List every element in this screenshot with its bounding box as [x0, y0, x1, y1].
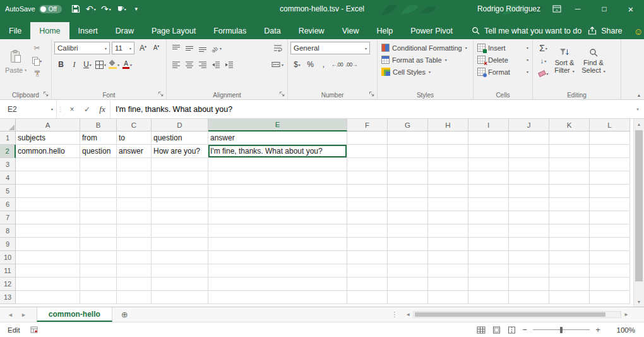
cell-D6[interactable]	[152, 198, 208, 211]
cell-B8[interactable]	[80, 224, 117, 238]
find-select-button[interactable]: Find & Select ▾	[579, 46, 608, 75]
row-header-7[interactable]: 7	[0, 211, 16, 224]
clipboard-dialog-launcher[interactable]	[43, 91, 49, 97]
cell-D2[interactable]: How are you?	[152, 145, 208, 158]
ribbon-display-options-button[interactable]	[549, 1, 564, 17]
font-size-select[interactable]: 11 ▾	[112, 42, 134, 54]
cell-B2[interactable]: question	[80, 145, 117, 158]
cell-A11[interactable]	[16, 264, 80, 278]
ribbon-tab-insert[interactable]: Insert	[69, 22, 107, 39]
scroll-up-icon[interactable]: ▲	[634, 119, 644, 129]
cancel-button[interactable]: ×	[64, 100, 80, 118]
vertical-scroll-thumb[interactable]	[635, 130, 643, 281]
cell-H2[interactable]	[428, 145, 468, 158]
column-header-A[interactable]: A	[16, 119, 80, 132]
vertical-scroll-track[interactable]	[634, 129, 644, 297]
number-dialog-launcher[interactable]	[369, 91, 375, 97]
cell-F7[interactable]	[347, 211, 388, 224]
cell-J8[interactable]	[509, 224, 549, 238]
zoom-in-button[interactable]: +	[592, 325, 604, 334]
cell-D12[interactable]	[152, 278, 208, 291]
column-header-H[interactable]: H	[428, 119, 468, 132]
cell-B11[interactable]	[80, 264, 117, 278]
save-button[interactable]	[68, 1, 83, 17]
cell-J9[interactable]	[509, 238, 549, 251]
cell-K4[interactable]	[549, 171, 590, 185]
cell-L12[interactable]	[590, 278, 630, 291]
cell-D11[interactable]	[152, 264, 208, 278]
cell-F5[interactable]	[347, 185, 388, 198]
share-button[interactable]: Share	[581, 22, 628, 39]
sheet-tab-common-hello[interactable]: common-hello	[37, 307, 112, 322]
cell-K9[interactable]	[549, 238, 590, 251]
cell-I11[interactable]	[468, 264, 509, 278]
cell-B4[interactable]	[80, 171, 117, 185]
cell-G13[interactable]	[388, 291, 428, 304]
bold-button[interactable]: B	[54, 58, 68, 71]
cell-styles-button[interactable]: Cell Styles ▾	[380, 66, 470, 78]
cell-K10[interactable]	[549, 251, 590, 264]
scroll-down-icon[interactable]: ▼	[634, 297, 644, 307]
cell-J6[interactable]	[509, 198, 549, 211]
ribbon-tab-home[interactable]: Home	[30, 22, 69, 39]
cell-L1[interactable]	[590, 132, 630, 145]
cell-I4[interactable]	[468, 171, 509, 185]
undo-button[interactable]: ↶▾	[83, 1, 98, 17]
copy-button[interactable]: ▾	[30, 54, 44, 67]
insert-function-button[interactable]: fx	[95, 100, 110, 118]
autosum-button[interactable]: Σ▾	[537, 42, 550, 54]
cell-C1[interactable]: to	[117, 132, 152, 145]
cell-A9[interactable]	[16, 238, 80, 251]
cell-L9[interactable]	[590, 238, 630, 251]
cell-D4[interactable]	[152, 171, 208, 185]
cut-button[interactable]: ✂	[30, 42, 44, 54]
cell-J2[interactable]	[509, 145, 549, 158]
cell-H3[interactable]	[428, 158, 468, 171]
select-all-button[interactable]	[0, 119, 16, 132]
cell-C11[interactable]	[117, 264, 152, 278]
ribbon-tab-page-layout[interactable]: Page Layout	[143, 22, 205, 39]
cell-E9[interactable]	[208, 238, 347, 251]
cell-F11[interactable]	[347, 264, 388, 278]
cell-C3[interactable]	[117, 158, 152, 171]
cell-G1[interactable]	[388, 132, 428, 145]
cell-A5[interactable]	[16, 185, 80, 198]
cell-E8[interactable]	[208, 224, 347, 238]
cell-G12[interactable]	[388, 278, 428, 291]
cell-C10[interactable]	[117, 251, 152, 264]
cell-E10[interactable]	[208, 251, 347, 264]
format-cells-button[interactable]: Format ▾	[476, 66, 530, 78]
cell-K2[interactable]	[549, 145, 590, 158]
row-header-8[interactable]: 8	[0, 224, 16, 238]
row-header-10[interactable]: 10	[0, 251, 16, 264]
normal-view-button[interactable]	[474, 324, 489, 336]
cell-E1[interactable]: answer	[208, 132, 347, 145]
cell-I6[interactable]	[468, 198, 509, 211]
cell-J10[interactable]	[509, 251, 549, 264]
cell-L13[interactable]	[590, 291, 630, 304]
cell-G11[interactable]	[388, 264, 428, 278]
cell-H4[interactable]	[428, 171, 468, 185]
cell-K8[interactable]	[549, 224, 590, 238]
cell-A12[interactable]	[16, 278, 80, 291]
cell-H8[interactable]	[428, 224, 468, 238]
enter-button[interactable]: ✓	[80, 100, 95, 118]
cell-A13[interactable]	[16, 291, 80, 304]
column-header-L[interactable]: L	[590, 119, 630, 132]
decrease-font-size-button[interactable]: A▾	[150, 42, 163, 54]
clear-button[interactable]: ▾	[537, 67, 550, 80]
row-header-2[interactable]: 2	[0, 145, 16, 158]
ribbon-tab-formulas[interactable]: Formulas	[205, 22, 255, 39]
redo-button[interactable]: ↷▾	[98, 1, 114, 17]
row-header-11[interactable]: 11	[0, 264, 16, 278]
cell-H5[interactable]	[428, 185, 468, 198]
cell-L6[interactable]	[590, 198, 630, 211]
ribbon-tab-view[interactable]: View	[333, 22, 368, 39]
column-header-B[interactable]: B	[80, 119, 117, 132]
cell-A3[interactable]	[16, 158, 80, 171]
increase-decimal-button[interactable]: ←.00	[330, 58, 344, 71]
format-painter-button[interactable]	[30, 67, 44, 80]
sheet-nav-left-button[interactable]: ◄	[8, 312, 13, 318]
cell-J12[interactable]	[509, 278, 549, 291]
page-break-view-button[interactable]	[504, 324, 519, 336]
